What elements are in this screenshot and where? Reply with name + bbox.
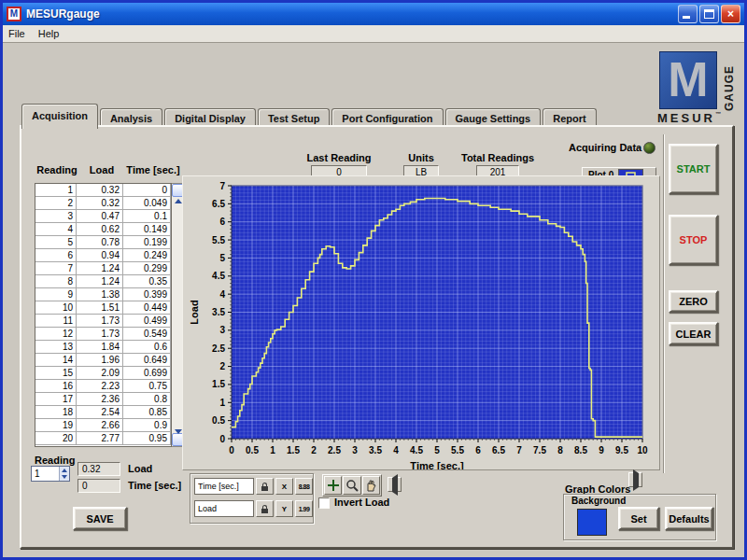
- app-window: M MESURgauge × File Help M GAUGE MESUR™ …: [0, 0, 747, 560]
- table-row[interactable]: 50.780.199: [35, 236, 171, 249]
- defaults-button[interactable]: Defaults: [665, 507, 713, 530]
- table-cell: 2.77: [77, 432, 123, 445]
- table-row[interactable]: 152.090.699: [35, 367, 171, 380]
- y-autoscale-button[interactable]: Y: [275, 500, 293, 517]
- table-cell: 4: [35, 223, 77, 236]
- cursor-load-label: Load: [128, 463, 152, 474]
- table-row[interactable]: 20.320.049: [35, 197, 171, 210]
- menu-file[interactable]: File: [8, 28, 25, 39]
- table-row[interactable]: 30.470.1: [35, 210, 171, 223]
- table-cell: 0.199: [123, 236, 171, 249]
- table-cell: 0.78: [77, 236, 123, 249]
- background-label: Background: [571, 496, 626, 506]
- table-cell: 0.62: [77, 223, 123, 236]
- table-cell: 2.54: [77, 406, 123, 419]
- zero-button[interactable]: ZERO: [669, 290, 718, 313]
- svg-text:4: 4: [219, 289, 225, 300]
- svg-text:3: 3: [352, 445, 358, 455]
- table-row[interactable]: 192.660.9: [35, 419, 171, 432]
- table-row[interactable]: 81.240.35: [35, 275, 171, 288]
- readings-table: 10.32020.320.04930.470.140.620.14950.780…: [35, 183, 172, 447]
- y-format-button[interactable]: 1.99: [295, 500, 313, 517]
- chart-block: 00.511.522.533.544.555.566.577.588.599.5…: [182, 175, 660, 470]
- reading-spinner-arrows: [59, 467, 69, 481]
- table-cell: 13: [35, 341, 77, 354]
- tab-acquisition[interactable]: Acquisition: [21, 104, 98, 129]
- cursor-time-label: Time [sec.]: [128, 480, 181, 491]
- svg-text:2.5: 2.5: [212, 343, 225, 354]
- svg-text:3.5: 3.5: [212, 307, 225, 317]
- table-row[interactable]: 101.510.449: [35, 301, 171, 315]
- set-color-button[interactable]: Set: [618, 507, 659, 530]
- table-cell: 0.95: [123, 432, 171, 445]
- arrow-left-icon: [392, 474, 398, 496]
- spinner-down-button[interactable]: [60, 474, 69, 482]
- col-header-time: Time [sec.]: [122, 164, 184, 175]
- table-row[interactable]: 111.730.499: [35, 315, 171, 328]
- col-header-load: Load: [81, 164, 122, 175]
- cursor-tool-button[interactable]: [324, 476, 342, 495]
- hand-icon: [364, 479, 377, 492]
- table-row[interactable]: 40.620.149: [35, 223, 171, 236]
- table-cell: 0.6: [123, 341, 171, 354]
- svg-text:5: 5: [434, 445, 440, 455]
- start-button[interactable]: START: [669, 144, 718, 194]
- x-scale-lock-button[interactable]: [256, 478, 274, 495]
- table-cell: 2.23: [77, 380, 123, 393]
- reading-spinner-value[interactable]: 1: [32, 467, 59, 481]
- table-row[interactable]: 91.380.399: [35, 288, 171, 301]
- svg-text:0.5: 0.5: [246, 445, 259, 455]
- magnifier-icon: [345, 479, 359, 492]
- table-cell: 8: [35, 275, 77, 288]
- x-autoscale-button[interactable]: X: [275, 478, 293, 495]
- logo-gauge-text: GAUGE: [723, 49, 736, 111]
- table-cell: 2.36: [77, 393, 123, 406]
- svg-text:10: 10: [637, 445, 648, 455]
- table-row[interactable]: 121.730.549: [35, 328, 171, 341]
- y-axis-name-input[interactable]: [194, 500, 254, 517]
- y-scale-lock-button[interactable]: [256, 500, 274, 517]
- title-bar[interactable]: M MESURgauge ×: [3, 3, 744, 25]
- table-row[interactable]: 71.240.299: [35, 262, 171, 275]
- table-row[interactable]: 162.230.75: [35, 380, 171, 393]
- svg-text:4.5: 4.5: [410, 445, 423, 455]
- table-row[interactable]: 172.360.8: [35, 393, 171, 406]
- stop-button[interactable]: STOP: [669, 215, 718, 265]
- table-cell: 11: [35, 315, 77, 328]
- table-cell: 9: [35, 288, 77, 301]
- total-readings-label: Total Readings: [456, 152, 540, 163]
- table-cell: 18: [35, 406, 77, 419]
- table-row[interactable]: 60.940.249: [35, 249, 171, 262]
- clear-button[interactable]: CLEAR: [669, 322, 718, 345]
- pan-tool-button[interactable]: [362, 476, 380, 495]
- app-icon: M: [7, 7, 21, 21]
- svg-text:1.5: 1.5: [212, 379, 225, 389]
- palette-collapse-button[interactable]: [388, 477, 402, 492]
- table-cell: 0.35: [123, 275, 171, 288]
- graph-colors-group: Background Set Defaults: [563, 494, 716, 540]
- reading-spinner[interactable]: 1: [31, 466, 70, 482]
- table-row[interactable]: 10.320: [35, 184, 171, 197]
- invert-load-checkbox[interactable]: [318, 497, 330, 509]
- minimize-button[interactable]: [678, 5, 698, 23]
- close-button[interactable]: ×: [721, 5, 740, 23]
- svg-text:6: 6: [475, 445, 481, 455]
- menu-help[interactable]: Help: [38, 28, 60, 39]
- table-cell: 1.96: [77, 354, 123, 367]
- table-row[interactable]: 141.960.649: [35, 354, 171, 367]
- table-row[interactable]: 131.840.6: [35, 341, 171, 354]
- cursor-load-value: 0.32: [78, 462, 120, 476]
- menu-bar: File Help: [3, 25, 744, 43]
- svg-text:6: 6: [219, 217, 225, 227]
- x-axis-name-input[interactable]: [194, 478, 254, 495]
- maximize-button[interactable]: [699, 5, 719, 23]
- table-row[interactable]: 202.770.95: [35, 432, 171, 445]
- zoom-tool-button[interactable]: [343, 476, 360, 495]
- background-color-swatch[interactable]: [577, 509, 607, 536]
- table-row[interactable]: 182.540.85: [35, 406, 171, 419]
- spinner-up-button[interactable]: [60, 467, 69, 474]
- x-format-button[interactable]: 8.88: [295, 478, 313, 495]
- lock-icon: [261, 486, 268, 491]
- save-button[interactable]: SAVE: [73, 507, 127, 530]
- table-cell: 1.84: [77, 341, 123, 354]
